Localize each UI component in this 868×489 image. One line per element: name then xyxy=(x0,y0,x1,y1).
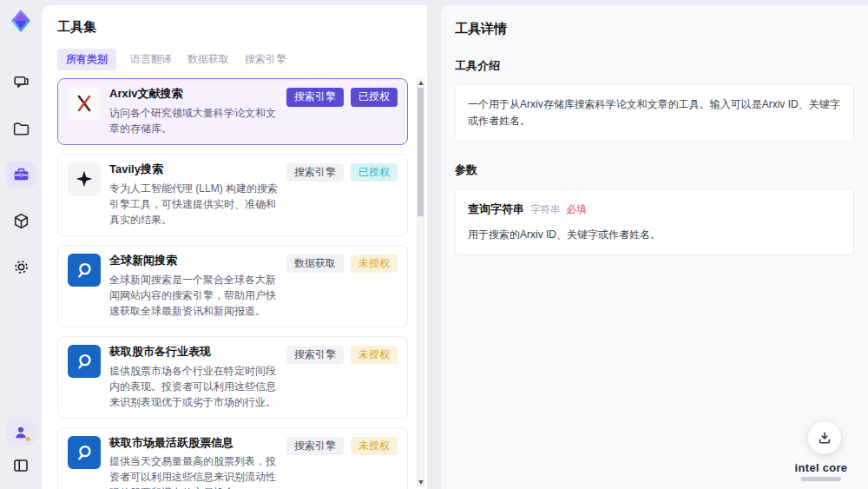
panel-toggle-icon xyxy=(12,457,30,474)
tool-name: Tavily搜索 xyxy=(109,162,278,177)
user-profile-button[interactable] xyxy=(6,420,36,446)
intel-logo-text: intel core xyxy=(795,461,848,474)
rail-nav xyxy=(6,69,36,280)
tool-category-tag: 搜索引擎 xyxy=(286,437,344,456)
chat-icon xyxy=(12,74,30,92)
tool-desc: 提供股票市场各个行业在特定时间段内的表现。投资者可以利用这些信息来识别表现优于或… xyxy=(109,363,278,410)
tool-list: Arxiv文献搜索 访问各个研究领域大量科学论文和文章的存储库。 搜索引擎 已授… xyxy=(57,78,408,489)
scrollbar-thumb[interactable] xyxy=(418,88,424,216)
sidebar-item-packages[interactable] xyxy=(6,208,36,234)
scroll-down-arrow[interactable] xyxy=(418,480,424,485)
sidebar-item-files[interactable] xyxy=(6,116,36,142)
package-icon xyxy=(12,212,30,230)
tool-category-tag: 搜索引擎 xyxy=(286,346,344,365)
auth-status-badge: 已授权 xyxy=(351,88,398,107)
category-tabs: 所有类别 语言翻译 数据获取 搜索引擎 xyxy=(57,49,411,70)
tab-data-fetch[interactable]: 数据获取 xyxy=(186,49,231,70)
sidebar-item-settings[interactable] xyxy=(6,254,36,280)
tool-card-global-news[interactable]: 全球新闻搜索 全球新闻搜索是一个聚合全球各大新闻网站内容的搜索引擎，帮助用户快速… xyxy=(57,245,408,327)
tool-desc: 访问各个研究领域大量科学论文和文章的存储库。 xyxy=(109,105,278,136)
arxiv-logo-icon xyxy=(68,87,101,120)
toolbox-icon xyxy=(12,166,30,184)
tool-card-tavily[interactable]: Tavily搜索 专为人工智能代理 (LLM) 构建的搜索引擎工具，可快速提供实… xyxy=(57,154,408,236)
tool-name: 获取股市各行业表现 xyxy=(109,345,278,360)
tool-card-sector-performance[interactable]: 获取股市各行业表现 提供股票市场各个行业在特定时间段内的表现。投资者可以利用这些… xyxy=(57,336,408,419)
tool-desc: 专为人工智能代理 (LLM) 构建的搜索引擎工具，可快速提供实时、准确和真实的结… xyxy=(109,181,278,228)
tab-all-categories[interactable]: 所有类别 xyxy=(57,49,116,70)
auth-status-badge: 未授权 xyxy=(351,346,398,365)
tool-desc: 提供当天交易量最高的股票列表，投资者可以利用这些信息来识别流动性强的股票和潜在的… xyxy=(109,453,278,489)
auth-status-badge: 已授权 xyxy=(351,163,398,182)
news-search-icon xyxy=(68,345,101,378)
list-scrollbar[interactable] xyxy=(417,78,424,487)
param-required-badge: 必填 xyxy=(567,202,587,217)
tavily-star-icon xyxy=(68,162,101,195)
detail-title: 工具详情 xyxy=(455,21,854,37)
page-title: 工具集 xyxy=(57,19,411,36)
tab-search-engine[interactable]: 搜索引擎 xyxy=(243,49,288,70)
intro-section-heading: 工具介绍 xyxy=(455,58,854,74)
tool-card-arxiv[interactable]: Arxiv文献搜索 访问各个研究领域大量科学论文和文章的存储库。 搜索引擎 已授… xyxy=(57,78,408,145)
param-desc: 用于搜索的Arxiv ID、关键字或作者姓名。 xyxy=(468,227,841,243)
param-type: 字符串 xyxy=(530,202,561,217)
news-search-icon xyxy=(68,254,101,287)
settings-icon xyxy=(12,258,30,276)
auth-status-badge: 未授权 xyxy=(351,254,398,274)
tab-language-translation[interactable]: 语言翻译 xyxy=(128,49,174,70)
tool-category-tag: 搜索引擎 xyxy=(286,163,344,182)
sidebar-item-chat[interactable] xyxy=(6,69,36,96)
download-icon xyxy=(817,430,832,446)
download-button[interactable] xyxy=(808,421,841,454)
intro-text-box: 一个用于从Arxiv存储库搜索科学论文和文章的工具。输入可以是Arxiv ID、… xyxy=(455,84,854,142)
params-section-heading: 参数 xyxy=(455,162,854,178)
scroll-up-arrow[interactable] xyxy=(418,81,424,85)
intel-core-logo: intel core xyxy=(790,461,852,481)
panel-toggle-button[interactable] xyxy=(6,453,36,479)
param-name: 查询字符串 xyxy=(468,201,524,219)
intel-logo-subline xyxy=(801,477,841,481)
tool-category-tag: 数据获取 xyxy=(286,254,344,274)
tool-name: 全球新闻搜索 xyxy=(109,254,278,268)
auth-status-badge: 未授权 xyxy=(351,437,398,456)
param-box: 查询字符串 字符串 必填 用于搜索的Arxiv ID、关键字或作者姓名。 xyxy=(455,188,854,255)
intro-text: 一个用于从Arxiv存储库搜索科学论文和文章的工具。输入可以是Arxiv ID、… xyxy=(468,98,840,127)
sidebar-item-tools[interactable] xyxy=(6,162,36,188)
tool-list-panel: 工具集 所有类别 语言翻译 数据获取 搜索引擎 Arxiv文献搜索 访问各个研究… xyxy=(42,5,427,489)
tool-name: 获取市场最活跃股票信息 xyxy=(109,436,278,451)
news-search-icon xyxy=(68,436,101,469)
status-dot xyxy=(26,437,30,441)
tool-category-tag: 搜索引擎 xyxy=(286,88,344,107)
tool-detail-panel: 工具详情 工具介绍 一个用于从Arxiv存储库搜索科学论文和文章的工具。输入可以… xyxy=(441,5,868,489)
folder-icon xyxy=(12,120,30,138)
tool-card-most-active-stocks[interactable]: 获取市场最活跃股票信息 提供当天交易量最高的股票列表，投资者可以利用这些信息来识… xyxy=(57,427,408,489)
tool-desc: 全球新闻搜索是一个聚合全球各大新闻网站内容的搜索引擎，帮助用户快速获取全球最新资… xyxy=(109,272,278,319)
tool-name: Arxiv文献搜索 xyxy=(109,87,278,102)
rail-bottom xyxy=(6,420,36,479)
left-rail xyxy=(0,0,42,489)
app-logo-icon xyxy=(7,7,35,35)
